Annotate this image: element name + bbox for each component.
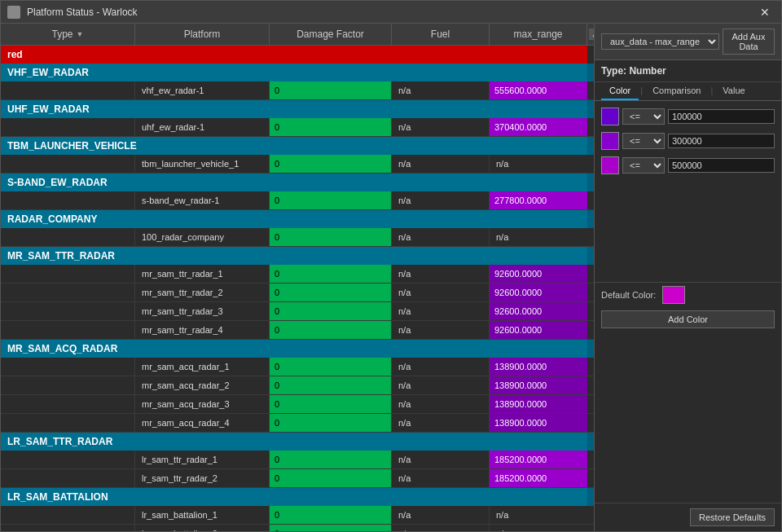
- platform-cell: lr_sam_battalion_1: [135, 506, 270, 524]
- maxrange-cell: n/a: [490, 155, 587, 173]
- group-name: MR_SAM_ACQ_RADAR: [1, 340, 587, 358]
- scroll-top-btn[interactable]: ▲: [587, 24, 594, 45]
- tab-value[interactable]: Value: [714, 82, 753, 100]
- table-row: lr_sam_battalion_10n/an/a: [1, 506, 594, 525]
- fuel-cell: n/a: [392, 469, 490, 487]
- default-color-swatch[interactable]: [662, 286, 685, 304]
- maxrange-cell: 92600.0000: [490, 302, 587, 320]
- table-row: tbm_launcher_vehicle_10n/an/a: [1, 155, 594, 174]
- table-row: 100_radar_company0n/an/a: [1, 228, 594, 247]
- table-row: mr_sam_ttr_radar_30n/a92600.0000: [1, 302, 594, 321]
- value-input[interactable]: [668, 134, 775, 148]
- table-row: uhf_ew_radar-10n/a370400.0000: [1, 118, 594, 137]
- color-swatch[interactable]: [601, 108, 619, 125]
- table-row: lr_sam_battalion_20n/an/a: [1, 525, 594, 531]
- table-row: mr_sam_ttr_radar_40n/a92600.0000: [1, 321, 594, 340]
- table-header: Type ▼ Platform Damage Factor Fuel max_r…: [1, 24, 594, 46]
- platform-cell: mr_sam_acq_radar_3: [135, 395, 270, 413]
- fuel-cell: n/a: [392, 376, 490, 394]
- group-header: TBM_LAUNCHER_VEHICLE: [1, 137, 594, 155]
- right-panel: aux_data - max_range Add Aux Data Type: …: [594, 24, 781, 531]
- color-swatch[interactable]: [601, 132, 619, 150]
- damage-cell: 0: [270, 265, 392, 283]
- red-group-cell: [270, 46, 392, 64]
- col-fuel: Fuel: [392, 24, 490, 45]
- maxrange-cell: 138900.0000: [490, 358, 587, 376]
- comparison-select[interactable]: <=>===: [622, 157, 665, 174]
- comparison-select[interactable]: <=>===: [622, 108, 665, 125]
- table-row: mr_sam_acq_radar_10n/a138900.0000: [1, 358, 594, 376]
- color-rows: <=>===<=>===<=>===: [595, 101, 781, 282]
- color-swatch[interactable]: [601, 156, 619, 174]
- group-name: UHF_EW_RADAR: [1, 100, 587, 118]
- group-header: UHF_EW_RADAR: [1, 100, 594, 118]
- table-row: lr_sam_ttr_radar_20n/a185200.0000: [1, 469, 594, 488]
- fuel-cell: n/a: [392, 228, 490, 246]
- value-input[interactable]: [668, 109, 775, 124]
- table-row: mr_sam_ttr_radar_20n/a92600.0000: [1, 284, 594, 302]
- add-aux-button[interactable]: Add Aux Data: [723, 29, 775, 55]
- red-group-cell: [135, 46, 270, 64]
- type-cell: [1, 321, 135, 339]
- app-icon: [7, 6, 20, 19]
- tab-comparison[interactable]: Comparison: [644, 82, 709, 100]
- type-cell: [1, 155, 135, 173]
- platform-cell: tbm_launcher_vehicle_1: [135, 155, 270, 173]
- platform-cell: lr_sam_ttr_radar_2: [135, 469, 270, 487]
- type-label: Type: Number: [595, 60, 781, 82]
- maxrange-cell: 92600.0000: [490, 321, 587, 339]
- color-row: <=>===: [601, 132, 775, 150]
- group-header: MR_SAM_TTR_RADAR: [1, 247, 594, 265]
- type-cell: [1, 265, 135, 283]
- platform-cell: lr_sam_ttr_radar_1: [135, 451, 270, 468]
- damage-cell: 0: [270, 155, 392, 173]
- table-row: s-band_ew_radar-10n/a277800.0000: [1, 191, 594, 210]
- damage-cell: 0: [270, 81, 392, 99]
- value-input[interactable]: [668, 158, 775, 173]
- red-group-cell: [490, 46, 587, 64]
- type-cell: [1, 469, 135, 487]
- damage-cell: 0: [270, 469, 392, 487]
- type-cell: [1, 118, 135, 136]
- tab-color[interactable]: Color: [601, 82, 639, 100]
- restore-defaults-button[interactable]: Restore Defaults: [690, 508, 775, 526]
- fuel-cell: n/a: [392, 321, 490, 339]
- group-header: S-BAND_EW_RADAR: [1, 174, 594, 191]
- platform-cell: uhf_ew_radar-1: [135, 118, 270, 136]
- aux-dropdown[interactable]: aux_data - max_range: [601, 33, 719, 50]
- restore-defaults-row: Restore Defaults: [595, 503, 781, 531]
- type-cell: [1, 376, 135, 394]
- damage-cell: 0: [270, 228, 392, 246]
- group-name: RADAR_COMPANY: [1, 210, 587, 228]
- maxrange-cell: 92600.0000: [490, 284, 587, 301]
- table-row: mr_sam_ttr_radar_10n/a92600.0000: [1, 265, 594, 284]
- platform-cell: mr_sam_ttr_radar_3: [135, 302, 270, 320]
- group-header: LR_SAM_BATTALION: [1, 488, 594, 506]
- red-group-cell: [392, 46, 490, 64]
- table-row: mr_sam_acq_radar_20n/a138900.0000: [1, 376, 594, 395]
- maxrange-cell: 185200.0000: [490, 469, 587, 487]
- damage-cell: 0: [270, 414, 392, 432]
- platform-cell: mr_sam_ttr_radar_4: [135, 321, 270, 339]
- maxrange-cell: 138900.0000: [490, 414, 587, 432]
- maxrange-cell: 277800.0000: [490, 191, 587, 209]
- damage-cell: 0: [270, 376, 392, 394]
- platform-cell: s-band_ew_radar-1: [135, 191, 270, 209]
- group-header: MR_SAM_ACQ_RADAR: [1, 340, 594, 358]
- fuel-cell: n/a: [392, 81, 490, 99]
- type-cell: [1, 302, 135, 320]
- add-color-button[interactable]: Add Color: [601, 310, 775, 328]
- maxrange-cell: 138900.0000: [490, 376, 587, 394]
- table-row: mr_sam_acq_radar_40n/a138900.0000: [1, 414, 594, 433]
- color-row: <=>===: [601, 156, 775, 174]
- default-color-label: Default Color:: [601, 290, 656, 300]
- type-filter-icon[interactable]: ▼: [77, 30, 84, 38]
- comparison-select[interactable]: <=>===: [622, 133, 665, 149]
- fuel-cell: n/a: [392, 414, 490, 432]
- close-button[interactable]: ✕: [755, 4, 775, 20]
- fuel-cell: n/a: [392, 302, 490, 320]
- type-cell: [1, 191, 135, 209]
- col-type: Type ▼: [1, 24, 135, 45]
- type-cell: [1, 81, 135, 99]
- table-body[interactable]: redVHF_EW_RADARvhf_ew_radar-10n/a555600.…: [1, 46, 594, 531]
